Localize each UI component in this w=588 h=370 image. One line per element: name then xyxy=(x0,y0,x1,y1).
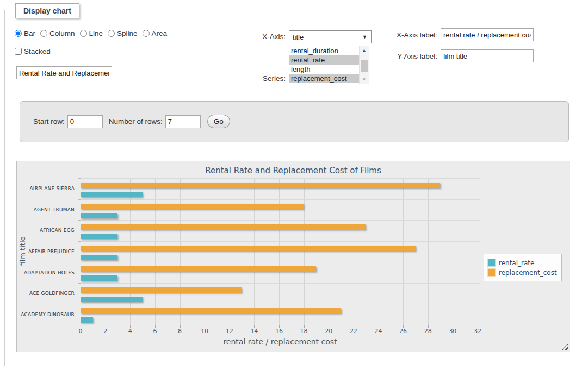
x-axis-select-label: X-Axis: xyxy=(223,33,286,41)
radio-label: Spline xyxy=(117,29,138,37)
legend-item-replacement_cost[interactable]: replacement_cost xyxy=(487,268,557,277)
fieldset-legend: Display chart xyxy=(15,3,79,18)
category-band-6 xyxy=(81,304,480,325)
page: Display chart BarColumnLineSplineArea St… xyxy=(0,0,588,370)
x-tick-label-8: 8 xyxy=(178,328,182,335)
scroll-up-icon[interactable]: ▲ xyxy=(360,46,369,54)
bar-rental_rate[interactable] xyxy=(81,192,143,197)
bar-replacement_cost[interactable] xyxy=(81,224,366,230)
category-label: AFRICAN EGG xyxy=(17,228,75,233)
chart-title-input[interactable] xyxy=(16,66,112,79)
x-tick-label-18: 18 xyxy=(300,328,308,335)
start-row-label: Start row: xyxy=(33,117,65,126)
chart-legend: rental_ratereplacement_cost xyxy=(484,254,562,281)
y-tick-mark xyxy=(78,325,81,325)
num-rows-label: Number of rows: xyxy=(109,117,163,126)
resize-handle-icon[interactable] xyxy=(562,344,568,350)
bar-replacement_cost[interactable] xyxy=(81,287,242,293)
category-label: ACADEMY DINOSAUR xyxy=(17,312,75,317)
radio-label: Area xyxy=(152,29,168,37)
go-button[interactable]: Go xyxy=(207,115,230,128)
x-axis-selected-value: title xyxy=(293,33,304,41)
category-label: AFFAIR PREJUDICE xyxy=(17,249,75,254)
radio-column[interactable] xyxy=(40,30,47,37)
y-axis-label-input[interactable] xyxy=(441,49,534,62)
category-band-4 xyxy=(81,262,480,283)
chart-type-option-line: Line xyxy=(80,29,103,37)
bar-replacement_cost[interactable] xyxy=(81,266,316,272)
x-axis-label-input[interactable] xyxy=(441,28,534,41)
bar-rental_rate[interactable] xyxy=(81,213,117,218)
chevron-down-icon: ▼ xyxy=(362,34,367,40)
chart-x-axis-title: rental rate / replacement cost xyxy=(81,337,480,346)
x-tick-label-12: 12 xyxy=(226,328,233,335)
x-tick-label-4: 4 xyxy=(128,328,132,335)
series-option-length[interactable]: length xyxy=(289,65,360,74)
bar-rental_rate[interactable] xyxy=(81,297,143,302)
bar-replacement_cost[interactable] xyxy=(81,308,341,313)
bar-rental_rate[interactable] xyxy=(81,317,93,323)
bar-rental_rate[interactable] xyxy=(81,234,117,239)
category-label: ADAPTATION HOLES xyxy=(17,270,75,275)
series-options: rental_durationrental_ratelengthreplacem… xyxy=(289,46,369,83)
legend-swatch-rental_rate xyxy=(487,259,496,267)
series-option-rental_rate[interactable]: rental_rate xyxy=(289,55,360,65)
stacked-label: Stacked xyxy=(15,47,51,55)
legend-swatch-replacement_cost xyxy=(487,268,496,277)
x-tick-label-16: 16 xyxy=(275,328,283,335)
x-tick-label-24: 24 xyxy=(375,328,382,335)
bar-rental_rate[interactable] xyxy=(81,275,117,281)
x-tick-label-10: 10 xyxy=(201,328,208,335)
stacked-checkbox[interactable] xyxy=(15,48,22,55)
series-option-replacement_cost[interactable]: replacement_cost xyxy=(289,74,360,83)
x-tick-label-26: 26 xyxy=(399,328,407,335)
rows-panel-controls: Start row: Number of rows: Go xyxy=(33,115,230,128)
x-axis-tick-labels: 02468101214161820222426283032 xyxy=(81,328,480,335)
y-axis-category-labels: AIRPLANE SIERRAAGENT TRUMANAFRICAN EGGAF… xyxy=(17,178,78,325)
x-tick-label-20: 20 xyxy=(325,328,332,335)
radio-label: Line xyxy=(89,29,103,37)
listbox-scrollbar[interactable]: ▲ ▼ xyxy=(359,46,369,84)
radio-line[interactable] xyxy=(80,30,87,37)
x-tick-label-28: 28 xyxy=(424,328,432,335)
category-label: ACE GOLDFINGER xyxy=(17,291,75,296)
bar-replacement_cost[interactable] xyxy=(81,204,304,209)
x-axis-select[interactable]: title ▼ xyxy=(289,30,372,43)
x-tick-label-30: 30 xyxy=(449,328,456,335)
chart-type-option-area: Area xyxy=(143,29,168,37)
category-band-3 xyxy=(81,241,480,262)
series-select-label: Series: xyxy=(223,74,286,83)
legend-label: replacement_cost xyxy=(499,269,557,277)
chart-title: Rental Rate and Replacement Cost of Film… xyxy=(17,166,570,175)
bar-rental_rate[interactable] xyxy=(81,255,117,260)
category-band-0 xyxy=(81,178,480,199)
stacked-checkbox-row: Stacked xyxy=(15,47,51,57)
start-row-input[interactable] xyxy=(67,115,103,128)
num-rows-input[interactable] xyxy=(165,115,201,128)
plot-area xyxy=(81,178,480,325)
radio-bar[interactable] xyxy=(15,30,22,37)
x-tick-label-6: 6 xyxy=(153,328,157,335)
scroll-down-icon[interactable]: ▼ xyxy=(360,76,369,84)
chart-type-option-spline: Spline xyxy=(108,29,138,37)
bar-replacement_cost[interactable] xyxy=(81,183,440,188)
radio-spline[interactable] xyxy=(108,30,115,37)
chart-container: Rental Rate and Replacement Cost of Film… xyxy=(16,161,570,352)
series-listbox[interactable]: rental_durationrental_ratelengthreplacem… xyxy=(289,46,369,84)
legend-item-rental_rate[interactable]: rental_rate xyxy=(487,259,557,267)
radio-label: Bar xyxy=(24,29,35,37)
category-band-1 xyxy=(81,199,480,221)
category-label: AIRPLANE SIERRA xyxy=(17,186,75,191)
chart-type-radio-group: BarColumnLineSplineArea xyxy=(15,29,172,37)
x-tick-label-2: 2 xyxy=(103,328,107,335)
bar-replacement_cost[interactable] xyxy=(81,246,416,251)
chart-type-option-column: Column xyxy=(40,29,75,37)
scrollbar-thumb[interactable] xyxy=(361,60,368,72)
x-axis-text-label: X-Axis label: xyxy=(377,31,437,39)
category-label: AGENT TRUMAN xyxy=(17,207,75,212)
series-option-rental_duration[interactable]: rental_duration xyxy=(289,46,360,55)
x-tick-label-22: 22 xyxy=(350,328,357,335)
chart-type-option-bar: Bar xyxy=(15,29,35,37)
category-band-2 xyxy=(81,220,480,241)
radio-area[interactable] xyxy=(143,30,150,37)
